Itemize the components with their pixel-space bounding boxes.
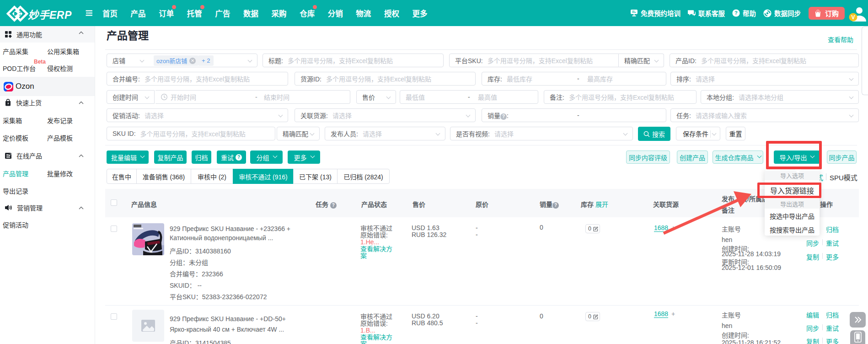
svg-text:V: V — [852, 14, 855, 20]
svg-text:?: ? — [734, 10, 738, 16]
